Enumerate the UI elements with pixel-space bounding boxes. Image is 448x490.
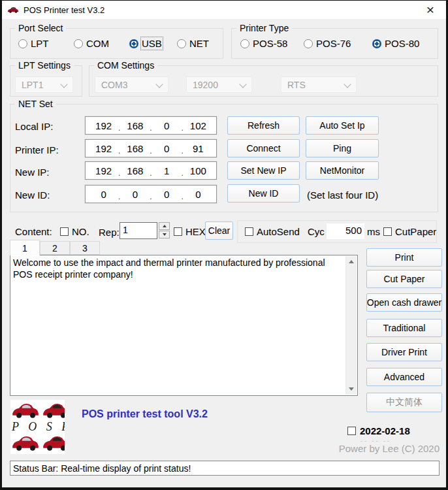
checkbox-icon [347,427,356,435]
radio-selected-icon [129,39,138,48]
hex-checkbox-label: HEX [185,226,206,237]
new-ip-field[interactable]: 192. 168. 1. 100 [85,161,217,180]
com-settings-legend: COM Settings [94,59,157,71]
radio-circle-icon [18,39,27,48]
ip-octet[interactable]: 1 [153,165,181,176]
printer-ip-label: Printer IP: [15,144,59,155]
cutpaper-checkbox[interactable]: CutPaper [383,226,436,237]
set-last-four-id-note: (Set last four ID) [307,189,378,201]
ip-octet[interactable]: 0 [89,189,118,200]
rep-input[interactable]: 1 [120,222,157,239]
credit-text: Power by Lee (C) 2020 [302,443,440,454]
ip-octet[interactable]: 100 [184,165,212,176]
rep-label: Rep: [99,227,120,238]
auto-set-ip-button[interactable]: Auto Set Ip [306,116,379,135]
printer-type-legend: Printer Type [236,22,292,34]
car-icon [11,402,40,419]
scroll-up-button[interactable] [346,256,357,267]
baud-rate-value: 19200 [193,80,218,90]
lpt-port-select: LPT1 [15,76,73,93]
printer-ip-field[interactable]: 192. 168. 0. 91 [85,139,217,157]
ping-button[interactable]: Ping [306,139,379,157]
ip-octet[interactable]: 0 [153,189,181,200]
radio-com[interactable]: COM [74,38,109,49]
radio-pos58[interactable]: POS-58 [240,38,287,49]
ip-octet[interactable]: 91 [184,143,212,154]
checkbox-icon [383,227,392,236]
print-button[interactable]: Print [366,248,442,267]
cyc-label: Cyc [308,226,325,237]
radio-com-label: COM [86,38,109,49]
pos-car-logo: P O S P C [10,400,65,454]
language-button[interactable]: 中文简体 [366,393,442,412]
checkbox-icon [60,227,69,236]
ip-octet[interactable]: 0 [184,189,212,200]
tab-3[interactable]: 3 [70,241,100,255]
traditional-button[interactable]: Traditional [366,319,442,337]
logo-text: P O S P C [12,420,65,434]
new-id-field[interactable]: 0. 0. 0. 0 [85,185,217,203]
vertical-scrollbar[interactable] [345,256,357,395]
radio-circle-icon [177,39,186,48]
connect-button[interactable]: Connect [227,139,300,157]
content-textarea[interactable]: Welcome to use the impact and thermal pr… [10,255,358,396]
radio-lpt[interactable]: LPT [18,38,49,49]
radio-usb[interactable]: USB [129,38,162,49]
ip-octet[interactable]: 192 [89,120,118,131]
cut-paper-button[interactable]: Cut Paper [366,270,442,288]
advanced-button[interactable]: Advanced [366,368,442,386]
new-id-button[interactable]: New ID [227,184,300,203]
ip-octet[interactable]: 192 [89,143,118,154]
radio-pos58-label: POS-58 [253,38,287,49]
ip-octet[interactable]: 0 [153,120,181,131]
chevron-down-icon [155,80,163,88]
hex-checkbox[interactable]: HEX [174,226,206,237]
close-button[interactable]: × [419,1,442,19]
app-car-icon [7,5,19,14]
scroll-down-button[interactable] [346,384,357,395]
lpt-port-value: LPT1 [22,80,43,90]
baud-rate-select: 19200 [186,76,252,93]
radio-circle-icon [304,39,313,48]
radio-pos80[interactable]: POS-80 [372,38,419,49]
no-checkbox[interactable]: NO. [60,226,89,237]
set-new-ip-button[interactable]: Set New IP [227,161,300,180]
ip-octet[interactable]: 192 [89,165,118,176]
date-label: 2022-02-18 [360,425,410,436]
autosend-checkbox[interactable]: AutoSend [245,226,300,237]
no-checkbox-label: NO. [72,226,89,237]
new-ip-label: New IP: [15,167,50,178]
radio-lpt-label: LPT [31,38,49,49]
spin-down-button[interactable] [159,231,170,238]
radio-circle-icon [74,39,83,48]
radio-pos80-label: POS-80 [385,38,419,49]
ip-octet[interactable]: 168 [121,165,149,176]
spin-up-button[interactable] [159,222,170,230]
content-text: Welcome to use the impact and thermal pr… [13,257,343,281]
driver-print-button[interactable]: Driver Print [366,343,442,361]
ip-octet[interactable]: 0 [121,189,149,200]
checkbox-icon [245,227,253,236]
radio-net[interactable]: NET [177,38,209,49]
status-bar: Status Bar: Real-time display of print s… [10,461,440,476]
clear-button[interactable]: Clear [205,221,233,240]
cyc-input[interactable]: 500 [327,223,364,239]
netmonitor-button[interactable]: NetMonitor [306,161,379,180]
arrow-down-icon [349,387,354,391]
date-checkbox[interactable]: 2022-02-18 [347,425,410,436]
tab-1[interactable]: 1 [10,240,40,255]
tab-2[interactable]: 2 [40,241,70,255]
local-ip-field[interactable]: 192. 168. 0. 102 [85,116,217,135]
refresh-button[interactable]: Refresh [227,116,300,135]
ip-octet[interactable]: 168 [121,120,149,131]
new-id-label: New ID: [15,189,50,201]
ip-octet[interactable]: 168 [121,143,149,154]
radio-usb-label: USB [142,38,162,49]
ip-octet[interactable]: 102 [184,120,212,131]
content-label: Content: [15,226,52,237]
cutpaper-checkbox-label: CutPaper [395,226,436,237]
radio-pos76[interactable]: POS-76 [304,38,351,49]
local-ip-label: Local IP: [15,121,53,132]
open-cash-drawer-button[interactable]: Open cash drawer [366,293,442,312]
ip-octet[interactable]: 0 [153,143,181,154]
